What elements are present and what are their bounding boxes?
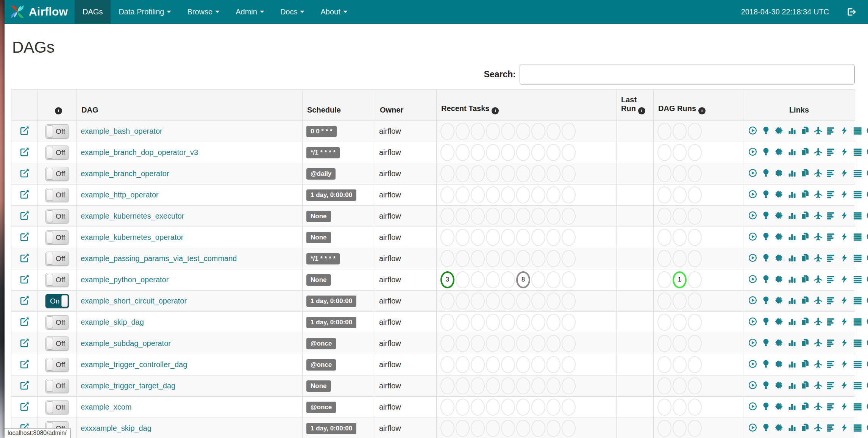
task-state-circle[interactable] [486,229,500,246]
task-state-circle[interactable] [546,293,560,310]
task-state-circle[interactable] [440,420,454,437]
task-state-circle[interactable] [531,271,545,288]
code-icon[interactable] [840,275,849,285]
dag-link[interactable]: example_bash_operator [81,127,162,135]
task-state-circle[interactable] [456,377,470,394]
task-state-circle[interactable] [440,208,454,225]
task-tries-icon[interactable] [801,360,809,370]
edit-dag-icon[interactable] [19,299,30,307]
trigger-dag-icon[interactable] [748,253,757,264]
dag-link[interactable]: example_xcom [81,403,132,411]
graph-view-icon[interactable] [774,211,783,222]
dag-pause-toggle[interactable]: Off [45,188,69,202]
dag-pause-toggle[interactable]: Off [45,145,69,160]
tree-view-icon[interactable] [762,211,770,222]
dag-pause-toggle[interactable]: Off [45,358,69,372]
task-tries-icon[interactable] [801,423,809,434]
task-state-circle[interactable] [471,377,485,394]
task-duration-icon[interactable] [788,190,796,200]
task-state-circle[interactable] [688,165,702,182]
task-duration-icon[interactable] [788,211,796,222]
tree-view-icon[interactable] [762,317,770,328]
task-state-circle[interactable] [440,356,454,373]
logs-icon[interactable] [853,275,862,285]
code-icon[interactable] [840,211,849,222]
task-state-circle[interactable] [657,399,671,416]
task-tries-icon[interactable] [801,317,809,328]
task-state-circle[interactable] [471,420,485,437]
header-last-run[interactable]: LastRuni [617,90,654,121]
task-state-circle[interactable] [456,420,470,437]
task-state-circle[interactable] [471,250,485,267]
task-duration-icon[interactable] [788,402,796,413]
landing-times-icon[interactable] [814,402,823,413]
task-state-circle[interactable] [531,293,545,310]
task-state-circle[interactable] [501,377,515,394]
refresh-icon[interactable] [866,402,868,413]
refresh-icon[interactable] [866,275,868,285]
refresh-icon[interactable] [866,190,868,200]
refresh-icon[interactable] [866,253,868,264]
task-state-circle[interactable] [657,335,671,352]
task-state-circle[interactable] [440,165,454,182]
dag-link[interactable]: example_trigger_target_dag [81,382,175,390]
refresh-icon[interactable] [866,126,868,137]
task-state-circle[interactable] [688,399,702,416]
tree-view-icon[interactable] [762,126,770,137]
landing-times-icon[interactable] [814,360,823,370]
task-state-circle[interactable] [688,271,702,288]
graph-view-icon[interactable] [774,126,783,137]
landing-times-icon[interactable] [814,381,823,391]
task-duration-icon[interactable] [788,232,796,243]
task-state-circle[interactable] [673,420,687,437]
task-state-circle[interactable] [546,208,560,225]
task-state-circle[interactable] [501,420,515,437]
task-state-circle[interactable] [531,335,545,352]
header-owner[interactable]: Owner [375,90,437,121]
gantt-icon[interactable] [827,423,835,434]
task-state-circle[interactable] [471,293,485,310]
task-duration-icon[interactable] [788,423,796,434]
gantt-icon[interactable] [827,296,835,307]
task-state-circle[interactable] [562,208,576,225]
refresh-icon[interactable] [866,169,868,179]
code-icon[interactable] [840,338,849,349]
graph-view-icon[interactable] [774,317,783,328]
dag-link[interactable]: example_http_operator [81,191,159,199]
tree-view-icon[interactable] [762,381,770,391]
task-state-circle[interactable] [562,165,576,182]
trigger-dag-icon[interactable] [748,317,757,328]
trigger-dag-icon[interactable] [748,275,757,285]
task-state-circle[interactable] [546,123,560,140]
task-state-circle[interactable] [531,377,545,394]
dag-pause-toggle[interactable]: Off [45,400,69,414]
task-state-circle[interactable] [501,186,515,203]
logs-icon[interactable] [853,338,862,349]
dag-pause-toggle[interactable]: Off [45,379,69,393]
code-icon[interactable] [840,253,849,264]
task-state-circle[interactable] [657,250,671,267]
landing-times-icon[interactable] [814,423,823,434]
task-state-circle[interactable] [516,356,530,373]
task-duration-icon[interactable] [788,360,796,370]
gantt-icon[interactable] [827,253,835,264]
task-duration-icon[interactable] [788,275,796,285]
header-schedule[interactable]: Schedule [303,90,375,121]
task-state-circle[interactable] [673,229,687,246]
tree-view-icon[interactable] [762,190,770,200]
nav-item-dags[interactable]: DAGs [75,0,111,23]
task-state-circle[interactable] [673,165,687,182]
logout-icon[interactable] [846,7,857,17]
task-state-circle[interactable] [657,356,671,373]
dag-pause-toggle[interactable]: Off [45,273,69,287]
task-duration-icon[interactable] [788,381,796,391]
graph-view-icon[interactable] [774,147,783,158]
task-duration-icon[interactable] [788,169,796,179]
gantt-icon[interactable] [827,211,835,222]
logs-icon[interactable] [853,381,862,391]
graph-view-icon[interactable] [774,360,783,370]
edit-dag-icon[interactable] [19,192,30,201]
task-tries-icon[interactable] [801,402,809,413]
logs-icon[interactable] [853,296,862,307]
logs-icon[interactable] [853,317,862,328]
